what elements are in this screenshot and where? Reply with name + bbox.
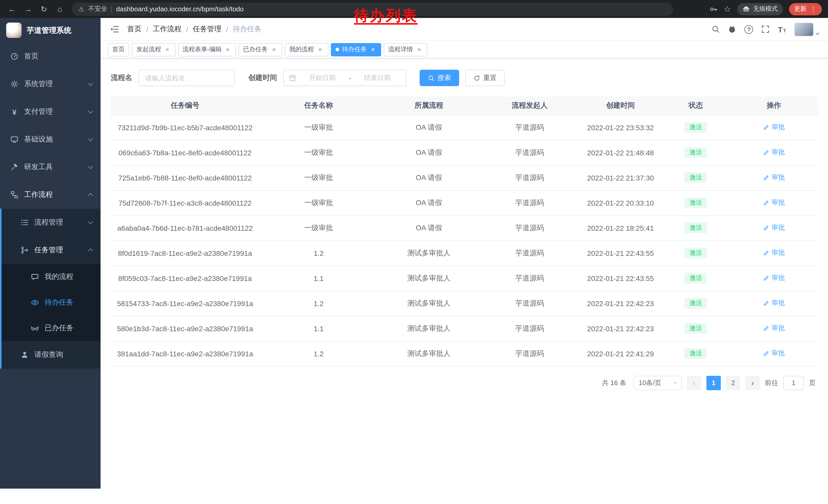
sidebar-item-task-mgmt[interactable]: 任务管理 — [2, 236, 100, 264]
status-badge: 激活 — [685, 172, 707, 183]
cell-create-time: 2022-01-21 22:43:55 — [579, 240, 662, 266]
sidebar-item-payment[interactable]: ¥ 支付管理 — [0, 98, 100, 126]
tab-todo-tasks-active[interactable]: 待办任务× — [331, 43, 381, 56]
logo-row[interactable]: 芋道管理系统 — [0, 18, 100, 43]
tab-process-detail[interactable]: 流程详情× — [384, 43, 427, 56]
sidebar-item-system[interactable]: 系统管理 — [0, 70, 100, 98]
goto-page-input[interactable] — [783, 375, 804, 390]
cell-initiator: 芋道源码 — [480, 341, 580, 366]
process-name-input[interactable] — [138, 70, 235, 86]
sidebar-item-todo-tasks[interactable]: 待办任务 — [2, 290, 100, 315]
sidebar-item-infra[interactable]: 基础设施 — [0, 126, 100, 153]
search-button[interactable]: 搜索 — [420, 70, 459, 86]
tab-my-process[interactable]: 我的流程× — [285, 43, 328, 56]
cell-task-id: 580e1b3d-7ac8-11ec-a9e2-a2380e71991a — [111, 316, 259, 341]
browser-actions: ☆ 无痕模式 更新 ⋮ — [709, 3, 823, 15]
status-badge: 激活 — [685, 297, 707, 309]
user-avatar[interactable] — [794, 22, 814, 36]
start-date-placeholder[interactable]: 开始日期 — [299, 73, 346, 83]
cell-create-time: 2022-01-21 22:41:29 — [579, 341, 662, 366]
search-icon[interactable] — [712, 25, 720, 33]
github-icon[interactable] — [728, 25, 736, 33]
chevron-up-icon — [88, 248, 93, 254]
cell-process: 测试多审批人 — [378, 266, 480, 291]
approve-link[interactable]: 审批 — [763, 248, 785, 258]
date-range-picker[interactable]: 开始日期 - 结束日期 — [283, 70, 406, 86]
breadcrumb-workflow[interactable]: 工作流程 — [153, 25, 181, 34]
app-logo — [6, 22, 22, 38]
breadcrumb-task-mgmt[interactable]: 任务管理 — [193, 25, 222, 34]
sidebar-item-devtools[interactable]: 研发工具 — [0, 153, 100, 181]
col-process: 所属流程 — [378, 96, 480, 115]
cell-process: 测试多审批人 — [378, 240, 480, 266]
page-button-1[interactable]: 1 — [706, 375, 721, 390]
sidebar-item-workflow[interactable]: 工作流程 — [0, 181, 100, 209]
fullscreen-icon[interactable] — [761, 25, 770, 33]
cell-create-time: 2022-01-21 22:42:23 — [579, 316, 662, 341]
sidebar-item-home[interactable]: 首页 — [0, 43, 100, 70]
tab-home[interactable]: 首页 — [108, 43, 129, 56]
prev-page-button[interactable]: ‹ — [687, 375, 701, 390]
cell-create-time: 2022-01-22 23:53:32 — [579, 115, 662, 140]
page-size-select[interactable]: 10条/页 — [633, 375, 682, 390]
tags-bar: 首页 发起流程× 流程表单-编辑× 已办任务× 我的流程× 待办任务× 流程详情… — [100, 41, 828, 58]
update-button[interactable]: 更新 ⋮ — [789, 3, 822, 15]
sidebar-item-process-mgmt[interactable]: 流程管理 — [2, 209, 100, 236]
page-button-2[interactable]: 2 — [726, 375, 740, 390]
key-icon[interactable] — [709, 5, 717, 13]
close-icon[interactable]: × — [317, 46, 324, 53]
pen-icon — [763, 124, 770, 131]
cell-process: OA 请假 — [378, 115, 480, 140]
sidebar-item-done-tasks[interactable]: 已办任务 — [2, 315, 100, 341]
approve-link[interactable]: 审批 — [763, 148, 785, 157]
tab-start-process[interactable]: 发起流程× — [132, 43, 175, 56]
user-menu[interactable] — [794, 22, 819, 36]
cell-task-id: a6aba0a4-7b6d-11ec-b781-acde48001122 — [111, 215, 259, 240]
close-icon[interactable]: × — [224, 46, 232, 53]
approve-link[interactable]: 审批 — [763, 274, 785, 283]
reset-button[interactable]: 重置 — [465, 70, 505, 86]
end-date-placeholder[interactable]: 结束日期 — [354, 73, 401, 83]
close-icon[interactable]: × — [271, 46, 278, 53]
status-badge: 激活 — [685, 348, 707, 359]
sidebar-collapse-icon[interactable] — [110, 25, 119, 34]
font-size-icon[interactable]: TT — [778, 26, 786, 33]
cell-task-name: 1.1 — [259, 316, 378, 341]
approve-link[interactable]: 审批 — [763, 198, 785, 208]
approve-link[interactable]: 审批 — [763, 299, 785, 308]
close-icon[interactable]: × — [164, 46, 171, 53]
tab-done-tasks[interactable]: 已办任务× — [239, 43, 282, 56]
help-icon[interactable]: ? — [745, 25, 753, 34]
cell-process: 测试多审批人 — [378, 316, 480, 341]
menu-dots-icon[interactable]: ⋮ — [810, 5, 817, 13]
cell-action: 审批 — [730, 165, 818, 190]
close-icon[interactable]: × — [369, 46, 377, 53]
status-badge: 激活 — [685, 122, 707, 133]
sidebar-item-my-process[interactable]: 我的流程 — [2, 264, 100, 290]
approve-link[interactable]: 审批 — [763, 223, 785, 232]
cell-status: 激活 — [662, 266, 730, 291]
bookmark-star-icon[interactable]: ☆ — [723, 4, 731, 14]
approve-link[interactable]: 审批 — [763, 349, 785, 358]
approve-link[interactable]: 审批 — [763, 324, 785, 333]
security-label[interactable]: 不安全 — [88, 5, 108, 13]
browser-forward-icon[interactable]: → — [21, 2, 35, 16]
approve-link[interactable]: 审批 — [763, 123, 785, 132]
main-area: 首页 / 工作流程 / 任务管理 / 待办任务 ? TT — [100, 18, 828, 504]
tab-form-edit[interactable]: 流程表单-编辑× — [178, 43, 236, 56]
cell-initiator: 芋道源码 — [480, 266, 580, 291]
sidebar-item-leave-query[interactable]: 请假查询 — [2, 341, 100, 369]
chat-icon — [31, 273, 39, 281]
next-page-button[interactable]: › — [745, 375, 760, 390]
app-title: 芋道管理系统 — [27, 26, 71, 35]
browser-back-icon[interactable]: ← — [5, 2, 19, 16]
cell-create-time: 2022-01-22 20:33:10 — [579, 190, 662, 215]
browser-reload-icon[interactable]: ↻ — [37, 2, 51, 16]
breadcrumb-home[interactable]: 首页 — [127, 25, 141, 34]
browser-home-icon[interactable]: ⌂ — [53, 2, 67, 16]
close-icon[interactable]: × — [416, 46, 423, 53]
url-text[interactable]: dashboard.yudao.iocoder.cn/bpm/task/todo — [116, 5, 244, 13]
approve-link[interactable]: 审批 — [763, 173, 785, 182]
table-row: 58154733-7ac8-11ec-a9e2-a2380e71991a 1.2… — [111, 291, 818, 316]
table-row: 580e1b3d-7ac8-11ec-a9e2-a2380e71991a 1.1… — [111, 316, 818, 341]
